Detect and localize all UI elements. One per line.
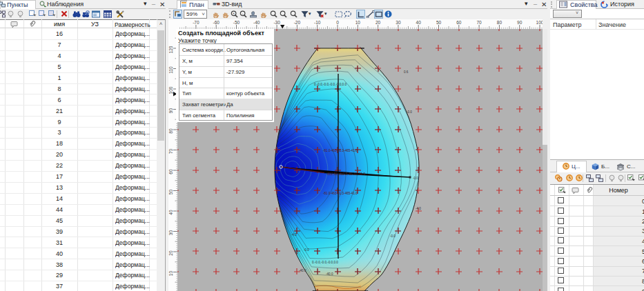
svg-text:100: 100 bbox=[536, 20, 543, 25]
svg-text:0.-0.0,-0.0,-0.0,-0.0,0.0: 0.-0.0,-0.0,-0.0,-0.0,0.0 bbox=[314, 83, 347, 86]
svg-text:90: 90 bbox=[517, 20, 523, 25]
svg-text:10: 10 bbox=[355, 20, 361, 25]
svg-text:+: + bbox=[233, 11, 235, 15]
svg-text:40: 40 bbox=[168, 210, 173, 215]
svg-text:-20: -20 bbox=[294, 20, 301, 25]
svg-text:40: 40 bbox=[416, 20, 422, 25]
svg-text:80: 80 bbox=[497, 20, 502, 25]
svg-text:0: 0 bbox=[336, 20, 339, 25]
svg-text:70: 70 bbox=[168, 149, 173, 154]
svg-text:80: 80 bbox=[168, 128, 173, 134]
svg-text:-4.0: -4.0 bbox=[291, 233, 297, 237]
svg-text:-40: -40 bbox=[253, 20, 260, 25]
svg-text:50: 50 bbox=[436, 20, 442, 25]
svg-text:-70: -70 bbox=[193, 20, 199, 25]
svg-text:60: 60 bbox=[168, 169, 173, 174]
svg-text:110: 110 bbox=[168, 66, 173, 74]
svg-text:100: 100 bbox=[168, 86, 173, 94]
svg-text:0.-0.0,-0.0,-0.0,0.0: 0.-0.0,-0.0,-0.0,0.0 bbox=[312, 261, 338, 264]
svg-text:20: 20 bbox=[375, 20, 381, 25]
svg-text:-40.0: -40.0 bbox=[326, 272, 333, 276]
svg-text:30: 30 bbox=[396, 20, 401, 25]
svg-text:-4.0: -4.0 bbox=[416, 207, 421, 210]
svg-text:-: - bbox=[242, 12, 243, 16]
svg-text:70: 70 bbox=[476, 20, 482, 25]
svg-text:30: 30 bbox=[168, 230, 173, 236]
svg-text:-0.0: -0.0 bbox=[390, 234, 396, 238]
svg-text:-10: -10 bbox=[314, 20, 321, 25]
svg-text:120: 120 bbox=[168, 46, 173, 53]
svg-text:-81.0-463-81.3-465-41.0: -81.0-463-81.3-465-41.0 bbox=[323, 149, 358, 152]
svg-text:60: 60 bbox=[456, 20, 462, 25]
svg-text:-0.0: -0.0 bbox=[304, 248, 309, 252]
svg-text:-0.0: -0.0 bbox=[407, 110, 412, 114]
svg-text:-81.0-463-81.3-465-41.0: -81.0-463-81.3-465-41.0 bbox=[323, 192, 358, 195]
svg-text:0.6: 0.6 bbox=[404, 70, 409, 74]
svg-text:-30: -30 bbox=[273, 20, 280, 25]
svg-text:-812.50,-812.3,-81.10,-81.0: -812.50,-812.3,-81.10,-81.0 bbox=[326, 172, 365, 176]
svg-text:-50: -50 bbox=[233, 20, 240, 25]
svg-text:90: 90 bbox=[168, 108, 173, 114]
svg-text:-0.0: -0.0 bbox=[413, 177, 418, 180]
svg-text:-60: -60 bbox=[213, 20, 219, 25]
svg-text:20: 20 bbox=[168, 250, 173, 256]
svg-text:10: 10 bbox=[168, 271, 173, 277]
svg-text:-40.0: -40.0 bbox=[299, 269, 306, 272]
svg-text:50: 50 bbox=[168, 190, 173, 195]
